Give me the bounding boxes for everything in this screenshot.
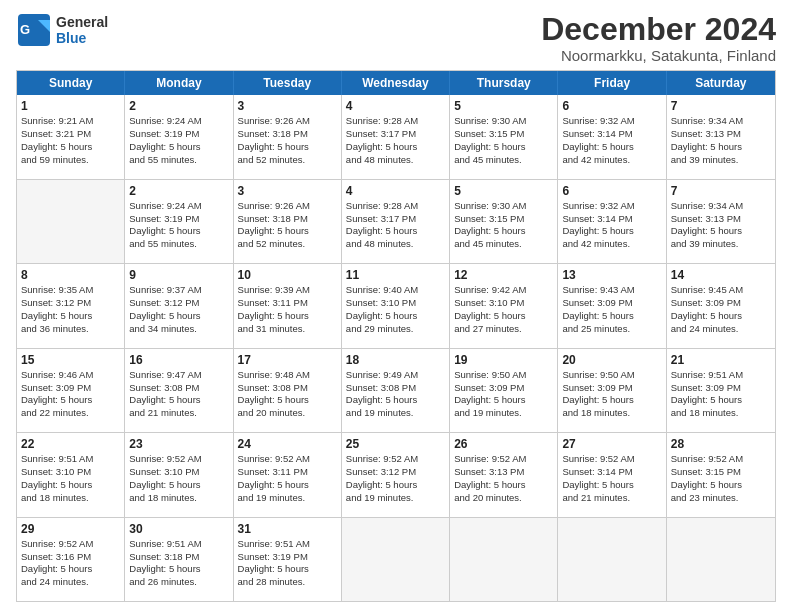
day-info-line: Sunset: 3:19 PM — [129, 128, 228, 141]
day-info-line: Daylight: 5 hours — [454, 310, 553, 323]
calendar-row: 22Sunrise: 9:51 AMSunset: 3:10 PMDayligh… — [17, 432, 775, 516]
day-cell-28: 28Sunrise: 9:52 AMSunset: 3:15 PMDayligh… — [667, 433, 775, 516]
day-cell-4: 4Sunrise: 9:28 AMSunset: 3:17 PMDaylight… — [342, 95, 450, 178]
day-info-line: Sunset: 3:19 PM — [238, 551, 337, 564]
day-info-line: and 42 minutes. — [562, 154, 661, 167]
day-info-line: Sunrise: 9:49 AM — [346, 369, 445, 382]
day-info-line: and 29 minutes. — [346, 323, 445, 336]
day-info-line: and 39 minutes. — [671, 238, 771, 251]
day-info-line: Sunrise: 9:30 AM — [454, 200, 553, 213]
day-info-line: and 27 minutes. — [454, 323, 553, 336]
day-number: 23 — [129, 436, 228, 452]
day-info-line: Daylight: 5 hours — [129, 141, 228, 154]
day-info-line: and 18 minutes. — [21, 492, 120, 505]
calendar: SundayMondayTuesdayWednesdayThursdayFrid… — [16, 70, 776, 602]
day-cell-14: 14Sunrise: 9:45 AMSunset: 3:09 PMDayligh… — [667, 264, 775, 347]
calendar-row: 29Sunrise: 9:52 AMSunset: 3:16 PMDayligh… — [17, 517, 775, 601]
day-info-line: Sunrise: 9:52 AM — [238, 453, 337, 466]
day-cell-2: 2Sunrise: 9:24 AMSunset: 3:19 PMDaylight… — [125, 95, 233, 178]
day-info-line: Sunset: 3:10 PM — [346, 297, 445, 310]
day-info-line: Daylight: 5 hours — [671, 394, 771, 407]
day-info-line: Daylight: 5 hours — [21, 310, 120, 323]
calendar-row: 8Sunrise: 9:35 AMSunset: 3:12 PMDaylight… — [17, 263, 775, 347]
day-info-line: Sunset: 3:21 PM — [21, 128, 120, 141]
day-info-line: Sunset: 3:13 PM — [671, 213, 771, 226]
svg-text:G: G — [20, 22, 30, 37]
day-info-line: Sunrise: 9:30 AM — [454, 115, 553, 128]
day-info-line: Sunrise: 9:52 AM — [562, 453, 661, 466]
day-info-line: Sunset: 3:15 PM — [454, 128, 553, 141]
day-info-line: Daylight: 5 hours — [671, 479, 771, 492]
day-info-line: Daylight: 5 hours — [454, 141, 553, 154]
day-number: 16 — [129, 352, 228, 368]
day-number: 8 — [21, 267, 120, 283]
day-info-line: and 52 minutes. — [238, 238, 337, 251]
day-info-line: Sunrise: 9:50 AM — [562, 369, 661, 382]
day-number: 9 — [129, 267, 228, 283]
day-info-line: and 18 minutes. — [671, 407, 771, 420]
day-cell-25: 25Sunrise: 9:52 AMSunset: 3:12 PMDayligh… — [342, 433, 450, 516]
day-info-line: and 18 minutes. — [562, 407, 661, 420]
day-info-line: Daylight: 5 hours — [238, 479, 337, 492]
day-info-line: Sunset: 3:14 PM — [562, 128, 661, 141]
day-number: 20 — [562, 352, 661, 368]
day-info-line: Sunrise: 9:40 AM — [346, 284, 445, 297]
day-info-line: Sunset: 3:17 PM — [346, 128, 445, 141]
subtitle: Noormarkku, Satakunta, Finland — [541, 47, 776, 64]
day-number: 30 — [129, 521, 228, 537]
day-cell-3: 3Sunrise: 9:26 AMSunset: 3:18 PMDaylight… — [234, 180, 342, 263]
day-info-line: Sunrise: 9:52 AM — [671, 453, 771, 466]
day-info-line: Sunset: 3:09 PM — [671, 297, 771, 310]
day-info-line: Daylight: 5 hours — [454, 225, 553, 238]
day-info-line: Sunrise: 9:28 AM — [346, 200, 445, 213]
day-number: 1 — [21, 98, 120, 114]
day-info-line: and 34 minutes. — [129, 323, 228, 336]
day-info-line: and 26 minutes. — [129, 576, 228, 589]
day-number: 7 — [671, 183, 771, 199]
calendar-page: G GeneralBlue December 2024 Noormarkku, … — [0, 0, 792, 612]
day-info-line: Sunset: 3:11 PM — [238, 466, 337, 479]
day-info-line: Daylight: 5 hours — [238, 394, 337, 407]
day-info-line: and 24 minutes. — [671, 323, 771, 336]
calendar-row: 1Sunrise: 9:21 AMSunset: 3:21 PMDaylight… — [17, 95, 775, 178]
day-number: 4 — [346, 183, 445, 199]
empty-cell — [558, 518, 666, 601]
day-info-line: Daylight: 5 hours — [129, 310, 228, 323]
day-number: 13 — [562, 267, 661, 283]
day-info-line: Sunset: 3:08 PM — [346, 382, 445, 395]
day-info-line: Sunset: 3:09 PM — [562, 382, 661, 395]
day-info-line: Sunrise: 9:50 AM — [454, 369, 553, 382]
day-info-line: Sunrise: 9:52 AM — [21, 538, 120, 551]
weekday-header-saturday: Saturday — [667, 71, 775, 95]
weekday-header-friday: Friday — [558, 71, 666, 95]
day-info-line: Sunset: 3:12 PM — [129, 297, 228, 310]
title-block: December 2024 Noormarkku, Satakunta, Fin… — [541, 12, 776, 64]
day-info-line: Sunset: 3:18 PM — [238, 213, 337, 226]
day-info-line: and 20 minutes. — [454, 492, 553, 505]
day-info-line: and 21 minutes. — [562, 492, 661, 505]
day-info-line: Sunrise: 9:26 AM — [238, 200, 337, 213]
day-info-line: Daylight: 5 hours — [21, 141, 120, 154]
day-cell-6: 6Sunrise: 9:32 AMSunset: 3:14 PMDaylight… — [558, 95, 666, 178]
day-info-line: Sunset: 3:12 PM — [346, 466, 445, 479]
day-number: 29 — [21, 521, 120, 537]
day-cell-20: 20Sunrise: 9:50 AMSunset: 3:09 PMDayligh… — [558, 349, 666, 432]
logo-icon: G — [16, 12, 52, 48]
day-info-line: and 39 minutes. — [671, 154, 771, 167]
day-info-line: Sunrise: 9:34 AM — [671, 200, 771, 213]
day-info-line: Sunrise: 9:24 AM — [129, 115, 228, 128]
day-info-line: and 36 minutes. — [21, 323, 120, 336]
day-info-line: and 19 minutes. — [346, 407, 445, 420]
day-cell-22: 22Sunrise: 9:51 AMSunset: 3:10 PMDayligh… — [17, 433, 125, 516]
day-info-line: Sunrise: 9:47 AM — [129, 369, 228, 382]
day-cell-7: 7Sunrise: 9:34 AMSunset: 3:13 PMDaylight… — [667, 95, 775, 178]
day-info-line: Sunrise: 9:51 AM — [238, 538, 337, 551]
day-info-line: Sunrise: 9:42 AM — [454, 284, 553, 297]
day-info-line: Sunset: 3:15 PM — [454, 213, 553, 226]
day-number: 3 — [238, 98, 337, 114]
day-cell-13: 13Sunrise: 9:43 AMSunset: 3:09 PMDayligh… — [558, 264, 666, 347]
day-number: 12 — [454, 267, 553, 283]
day-cell-27: 27Sunrise: 9:52 AMSunset: 3:14 PMDayligh… — [558, 433, 666, 516]
calendar-row: 15Sunrise: 9:46 AMSunset: 3:09 PMDayligh… — [17, 348, 775, 432]
day-cell-18: 18Sunrise: 9:49 AMSunset: 3:08 PMDayligh… — [342, 349, 450, 432]
